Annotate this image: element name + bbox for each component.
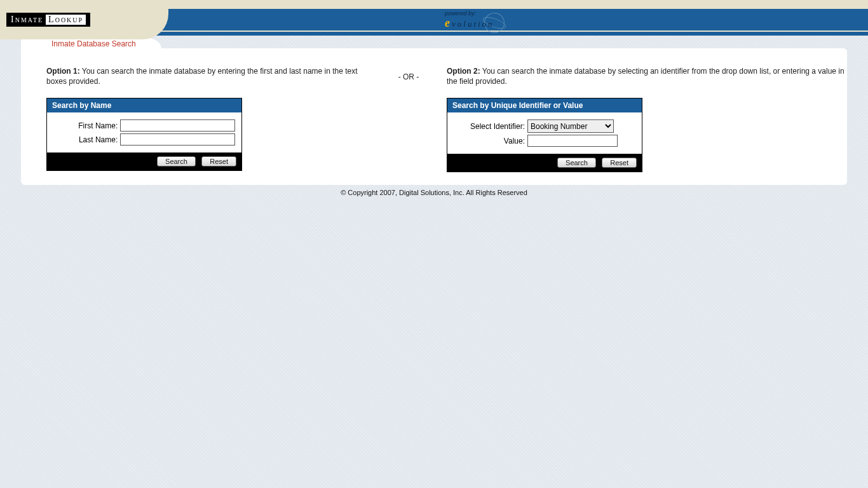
logo-text-2: Lookup: [46, 15, 86, 25]
option1-desc: You can search the inmate database by en…: [46, 67, 358, 86]
option1-label: Option 1:: [46, 67, 80, 76]
column-option2: Option 2: You can search the inmate data…: [447, 66, 853, 172]
logo-text-1: Inmate: [11, 15, 43, 25]
header-strip-tan: [0, 0, 868, 9]
main-panel: Inmate Database Search Option 1: You can…: [21, 48, 847, 185]
option1-text: Option 1: You can search the inmate data…: [46, 66, 370, 86]
content-row: Option 1: You can search the inmate data…: [21, 48, 847, 172]
last-name-input[interactable]: [120, 133, 235, 146]
header-strip-blue: Inmate Lookup powered by: evolution: [0, 9, 868, 30]
option2-desc: You can search the inmate database by se…: [447, 67, 844, 86]
option2-label: Option 2:: [447, 67, 480, 76]
panel1-search-button[interactable]: Search: [157, 156, 196, 166]
search-by-identifier-panel: Search by Unique Identifier or Value Sel…: [447, 98, 642, 172]
value-input[interactable]: [527, 135, 618, 147]
first-name-row: First Name:: [53, 119, 235, 132]
option2-text: Option 2: You can search the inmate data…: [447, 66, 853, 86]
panel2-reset-button[interactable]: Reset: [602, 158, 637, 168]
page-title: Inmate Database Search: [51, 39, 136, 48]
logo-wrap: Inmate Lookup: [6, 13, 90, 27]
identifier-select[interactable]: Booking Number: [527, 119, 614, 133]
panel2-body: Select Identifier: Booking Number Value:: [447, 112, 642, 154]
panel2-header: Search by Unique Identifier or Value: [447, 98, 642, 112]
column-option1: Option 1: You can search the inmate data…: [46, 66, 370, 171]
powered-label: powered by:: [445, 10, 476, 17]
powered-by: powered by: evolution: [445, 10, 494, 30]
or-separator: - OR -: [390, 66, 428, 81]
panel2-search-button[interactable]: Search: [557, 158, 596, 168]
first-name-input[interactable]: [120, 119, 235, 132]
last-name-row: Last Name:: [53, 133, 235, 146]
header-banner: Inmate Lookup powered by: evolution: [0, 0, 868, 36]
value-row: Value:: [454, 135, 635, 147]
first-name-label: First Name:: [53, 121, 120, 130]
site-logo: Inmate Lookup: [6, 13, 90, 27]
panel1-footer: Search Reset: [47, 152, 241, 170]
panel1-reset-button[interactable]: Reset: [201, 156, 236, 166]
panel2-footer: Search Reset: [447, 154, 642, 172]
panel1-header: Search by Name: [47, 98, 241, 112]
identifier-label: Select Identifier:: [454, 122, 527, 131]
copyright-footer: © Copyright 2007, Digital Solutions, Inc…: [0, 189, 868, 196]
last-name-label: Last Name:: [53, 135, 120, 144]
powered-brand: evolution: [445, 19, 494, 29]
search-by-name-panel: Search by Name First Name: Last Name: Se…: [46, 98, 242, 171]
value-label: Value:: [454, 137, 527, 146]
panel1-body: First Name: Last Name:: [47, 112, 241, 152]
identifier-row: Select Identifier: Booking Number: [454, 119, 635, 133]
